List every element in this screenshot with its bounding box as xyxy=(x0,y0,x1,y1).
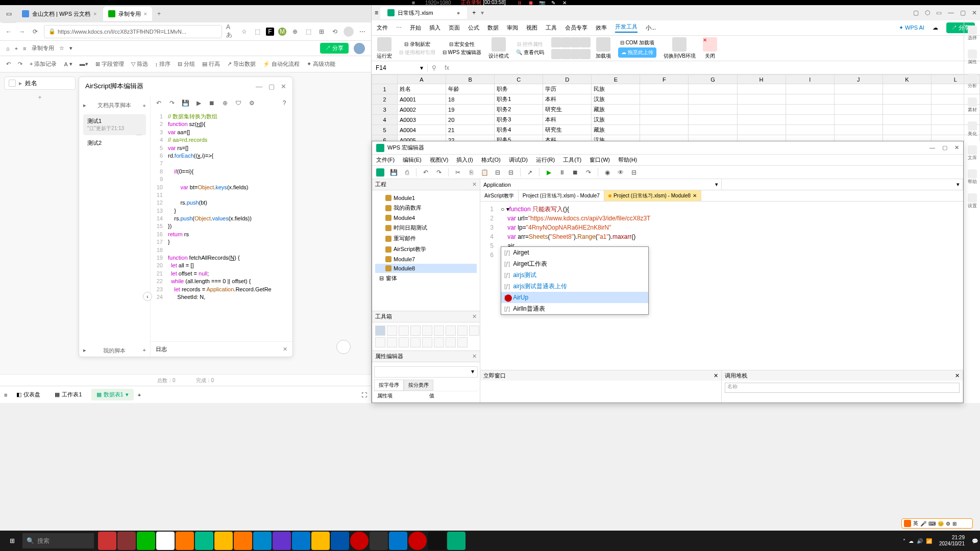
ext3-icon[interactable]: M xyxy=(278,28,286,36)
tabs-button[interactable]: ▭ xyxy=(2,5,16,23)
run-icon[interactable]: ▶ xyxy=(545,168,553,177)
export-button[interactable]: ↗ 导出数据 xyxy=(227,60,256,68)
perms-icon[interactable]: 🛡 xyxy=(234,99,242,107)
taskbar-app[interactable] xyxy=(137,532,155,550)
taskbar-app[interactable] xyxy=(195,532,213,550)
prop-selector[interactable]: ▾ xyxy=(374,366,478,378)
add-record-button[interactable]: + 添加记录 xyxy=(30,60,57,68)
tool[interactable] xyxy=(399,325,409,336)
addins-button[interactable]: 加载项 xyxy=(596,37,611,60)
ac-option[interactable]: [ƒ]Airget xyxy=(501,247,648,258)
close-icon[interactable]: ✕ xyxy=(472,353,477,360)
close-icon[interactable]: ✕ xyxy=(954,144,959,151)
menu-icon[interactable]: ⋯ xyxy=(358,27,367,36)
wctl-icon[interactable]: ▢ xyxy=(913,9,919,16)
taskbar-app[interactable] xyxy=(253,532,272,550)
sheet-tab[interactable]: ▦ 工作表1 xyxy=(50,389,87,400)
menu-item[interactable]: 调试(D) xyxy=(509,156,528,164)
stop-icon[interactable]: ⏹ xyxy=(571,168,579,177)
tool[interactable] xyxy=(434,337,444,347)
undo-button[interactable]: ↶ xyxy=(6,61,11,67)
tray-icon[interactable]: ☁ xyxy=(909,538,914,544)
browser-tab-2[interactable]: 录制专用× xyxy=(103,7,152,21)
name-input[interactable]: 名称 xyxy=(725,383,960,393)
tool[interactable] xyxy=(410,337,421,347)
more-icon[interactable]: ⋯ xyxy=(396,24,402,31)
new-tab-button[interactable]: + xyxy=(469,9,479,16)
tool[interactable] xyxy=(410,325,421,336)
tree-node[interactable]: Module1 xyxy=(375,193,477,203)
menu-item[interactable]: 格式(O) xyxy=(481,156,501,164)
taskbar-app[interactable] xyxy=(350,532,369,550)
shared-scripts-header[interactable]: ▸ 文档共享脚本+ xyxy=(83,99,146,111)
close-icon[interactable]: ✕ xyxy=(955,372,960,379)
run-macro-button[interactable]: 运行宏 xyxy=(377,37,392,60)
avatar[interactable] xyxy=(354,43,365,54)
script-item[interactable]: 测试1"江"更新于21:13⋯ xyxy=(83,114,146,135)
ext5-icon[interactable]: ⬚ xyxy=(304,27,313,36)
close-icon[interactable]: ✕ xyxy=(281,83,286,90)
editor-tab[interactable]: AirScript教学 xyxy=(480,190,519,201)
menu-item[interactable]: 数据 xyxy=(487,24,499,32)
debug-icon[interactable]: ⊕ xyxy=(221,99,229,107)
tool[interactable] xyxy=(434,325,444,336)
wps-tab[interactable]: 日常练习.xlsm● xyxy=(380,7,467,19)
taskbar-app[interactable] xyxy=(370,532,388,550)
close-icon[interactable]: ✕ xyxy=(283,346,287,353)
ac-option-selected[interactable]: [ƒ]AirUp⬤ xyxy=(501,292,648,303)
maximize-icon[interactable]: ▢ xyxy=(960,9,966,16)
tree-node[interactable]: AirScript教学 xyxy=(375,244,477,255)
checkbox[interactable] xyxy=(9,80,16,87)
maximize-icon[interactable]: ▢ xyxy=(942,144,947,151)
taskbar-app[interactable] xyxy=(428,532,446,550)
automation-button[interactable]: ⚡ 自动化流程 xyxy=(263,60,300,68)
wctl-icon[interactable]: ▭ xyxy=(936,9,942,16)
menu-item[interactable]: 审阅 xyxy=(507,24,518,32)
taskbar-app[interactable] xyxy=(389,532,407,550)
tool[interactable] xyxy=(469,325,479,336)
tool[interactable] xyxy=(457,337,468,347)
side-item[interactable]: 素材 xyxy=(968,97,977,113)
macro-code-editor[interactable]: 123456 ○ ▾function 只能表写入(){ var url="htt… xyxy=(480,202,963,370)
copy-icon[interactable]: ⎘ xyxy=(467,168,475,177)
close-icon[interactable]: × xyxy=(144,11,147,17)
tool[interactable] xyxy=(387,325,397,336)
taskbar-app[interactable] xyxy=(98,532,116,550)
field-mgr-button[interactable]: ⊞ 字段管理 xyxy=(95,60,124,68)
taskbar-app[interactable] xyxy=(408,532,427,550)
breakpoint-icon[interactable]: ◉ xyxy=(603,168,611,177)
side-item[interactable]: 美化 xyxy=(968,121,977,137)
macro-security-button[interactable]: ⊟ 宏安全性⊟ WPS 宏编辑器 xyxy=(443,41,481,56)
prop-tab[interactable]: 按字母序 xyxy=(374,380,404,391)
file-menu[interactable]: 文件 xyxy=(377,24,388,32)
menu-item[interactable]: 开始 xyxy=(410,24,421,32)
minimize-icon[interactable]: — xyxy=(929,144,935,151)
fx-label[interactable]: fx xyxy=(440,64,453,71)
star-icon[interactable]: ☆ xyxy=(59,45,64,52)
help-icon[interactable]: ? xyxy=(280,99,288,107)
new-tab-button[interactable]: + xyxy=(153,10,165,17)
taskbar-app[interactable] xyxy=(176,532,194,550)
menu-item[interactable]: 工具 xyxy=(546,24,557,32)
saveall-icon[interactable]: ⎙ xyxy=(403,168,411,177)
side-item[interactable]: 文库 xyxy=(968,145,977,161)
name-box[interactable]: F14▾ xyxy=(372,64,428,71)
minimize-icon[interactable]: — xyxy=(256,83,262,90)
side-item[interactable]: 选择 xyxy=(968,26,977,41)
comment-icon[interactable]: ⊟ xyxy=(494,168,502,177)
menu-icon[interactable]: ≡ xyxy=(23,45,26,52)
star-icon[interactable]: ☆ xyxy=(239,27,249,36)
controls-group[interactable] xyxy=(551,37,589,59)
start-button[interactable]: ⊞ xyxy=(2,531,22,551)
menu-item[interactable]: 公式 xyxy=(468,24,479,32)
com-addins-button[interactable]: ⊟ COM 加载项☁ 拖至此上传 xyxy=(618,39,656,58)
tree-node[interactable]: Module4 xyxy=(375,213,477,222)
rowheight-button[interactable]: ▤ 行高 xyxy=(202,60,220,68)
tool[interactable] xyxy=(422,325,432,336)
proc-combo[interactable]: ▾ xyxy=(722,179,963,190)
taskbar-app[interactable] xyxy=(331,532,349,550)
my-scripts-header[interactable]: ▸ 我的脚本+ xyxy=(83,345,146,357)
forward-icon[interactable]: → xyxy=(17,27,27,36)
share-button[interactable]: ↗ 分享 xyxy=(320,43,349,54)
tool[interactable] xyxy=(446,337,456,347)
